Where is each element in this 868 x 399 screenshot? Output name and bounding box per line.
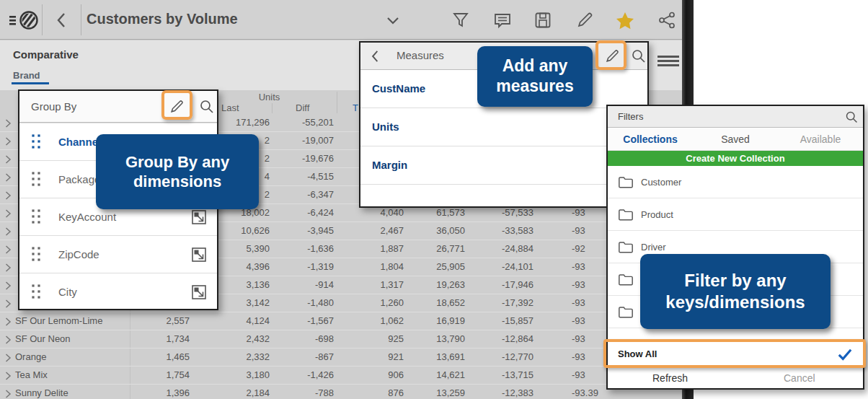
row-expand-chevron-icon[interactable] [5, 137, 12, 146]
row-label: SF Our Neon [15, 333, 71, 344]
table-row[interactable]: SF Our Neon1,7342,432-69892513,790-12,86… [0, 330, 682, 348]
refresh-button[interactable]: Refresh [652, 372, 688, 384]
filters-tabs: Collections Saved Available [608, 128, 863, 151]
column-header-partial[interactable]: T [353, 102, 358, 113]
folder-icon [618, 175, 634, 189]
cell-value: -1,567 [276, 315, 334, 326]
cell-value: 2,557 [130, 315, 190, 326]
measures-search-icon[interactable] [630, 48, 647, 65]
filter-icon[interactable] [451, 10, 471, 30]
table-row[interactable]: Orange1,4652,332-86792113,691-12,770-93 [0, 348, 682, 367]
row-expand-chevron-icon[interactable] [5, 354, 12, 362]
row-expand-chevron-icon[interactable] [5, 209, 12, 218]
row-expand-chevron-icon[interactable] [5, 155, 12, 164]
favorite-star-icon[interactable] [614, 10, 634, 30]
filter-folder-label: Driver [641, 242, 666, 253]
cell-value: 16,919 [407, 315, 465, 326]
row-expand-chevron-icon[interactable] [5, 119, 12, 128]
drag-handle-icon[interactable] [31, 171, 41, 187]
table-row[interactable]: Tea Mix1,7543,180-1,42690614,621-13,715-… [0, 367, 682, 385]
save-icon[interactable] [533, 10, 553, 30]
cell-value: 4,124 [205, 315, 270, 326]
row-expand-chevron-icon[interactable] [5, 263, 12, 272]
measure-item-units[interactable]: Units [360, 108, 647, 146]
row-expand-chevron-icon[interactable] [5, 173, 12, 182]
cell-value: 36,050 [407, 225, 465, 236]
callout-group-by: Group By anydimensions [96, 134, 259, 209]
back-button[interactable] [52, 10, 72, 30]
drag-handle-icon[interactable] [31, 209, 41, 224]
group-by-item-zipcode[interactable]: ZipCode [19, 235, 217, 273]
filter-folder-customer[interactable]: Customer [608, 166, 863, 198]
row-expand-chevron-icon[interactable] [5, 317, 12, 326]
filters-search-icon[interactable] [844, 110, 859, 125]
tab-available[interactable]: Available [778, 133, 863, 145]
row-expand-chevron-icon[interactable] [5, 191, 12, 200]
cell-value: -4,515 [276, 171, 334, 182]
share-icon[interactable] [657, 10, 677, 30]
column-header-diff[interactable]: Diff [296, 102, 309, 113]
cell-value: 1,062 [346, 315, 404, 326]
edit-pencil-icon[interactable] [575, 10, 595, 30]
cell-value: 906 [346, 369, 404, 380]
side-panel-menu-icon[interactable] [657, 53, 679, 69]
tab-collections[interactable]: Collections [608, 133, 693, 145]
row-expand-chevron-icon[interactable] [5, 372, 12, 380]
measure-item-label: Units [372, 120, 399, 133]
cancel-button[interactable]: Cancel [784, 372, 815, 384]
row-expand-chevron-icon[interactable] [5, 390, 12, 398]
group-by-edit-pencil-icon[interactable] [168, 98, 185, 115]
cell-value: 3,180 [205, 369, 270, 380]
row-expand-chevron-icon[interactable] [5, 281, 12, 290]
row-expand-chevron-icon[interactable] [5, 336, 12, 344]
cell-value: 1,887 [346, 243, 404, 254]
table-row[interactable]: SF Our Lemom-Lime2,5574,124-1,5671,06216… [0, 312, 682, 330]
row-expand-chevron-icon[interactable] [5, 299, 12, 308]
column-header-last[interactable]: Last [221, 102, 239, 113]
title-dropdown-chevron-icon[interactable] [383, 10, 403, 30]
cell-value: -788 [276, 387, 334, 398]
cell-value: -12,383 [469, 387, 533, 398]
folder-icon [618, 208, 634, 222]
cell-value: 61,573 [407, 207, 465, 218]
group-by-search-icon[interactable] [198, 98, 216, 115]
group-by-item-label: ZipCode [58, 248, 99, 260]
measures-back-icon[interactable] [368, 48, 384, 64]
cell-value: 1,465 [130, 351, 190, 362]
tab-brand[interactable]: Brand [13, 70, 40, 81]
group-by-item-label: City [58, 286, 77, 298]
expand-icon[interactable] [191, 247, 207, 263]
filters-footer: Refresh Cancel [608, 366, 863, 388]
filter-folder-label: Product [641, 209, 673, 220]
filters-title: Filters [618, 111, 643, 122]
toolbar-separator [81, 4, 81, 35]
filter-folder-product[interactable]: Product [608, 198, 863, 231]
table-row[interactable]: Sunny Delite1,3962,184-78887613,259-12,3… [0, 385, 682, 399]
expand-icon[interactable] [191, 284, 207, 300]
expand-icon[interactable] [191, 209, 207, 225]
cell-value: -1,319 [276, 261, 334, 272]
measure-item-margin[interactable]: Margin [360, 146, 647, 185]
row-expand-chevron-icon[interactable] [5, 227, 12, 236]
cell-value: 13,691 [407, 351, 465, 362]
cell-value: -19,007 [276, 135, 334, 146]
drag-handle-icon[interactable] [31, 133, 41, 149]
tab-saved[interactable]: Saved [693, 133, 778, 145]
create-new-collection-button[interactable]: Create New Collection [608, 151, 863, 166]
show-all-row[interactable]: Show All [608, 343, 863, 366]
column-group-units[interactable]: Units [205, 92, 334, 102]
comment-icon[interactable] [492, 10, 513, 30]
callout-filters: Filter by anykeys/dimensions [640, 254, 831, 329]
measures-edit-pencil-icon[interactable] [603, 48, 621, 65]
screen: Customers by Volume [0, 0, 868, 399]
drag-handle-icon[interactable] [31, 246, 41, 262]
drag-handle-icon[interactable] [31, 284, 41, 299]
group-by-item-label: Channel [58, 136, 101, 148]
row-expand-chevron-icon[interactable] [5, 245, 12, 254]
group-by-item-city[interactable]: City [19, 273, 217, 310]
header-divider [337, 92, 337, 113]
cell-value: 1,734 [130, 333, 190, 344]
app-logo-icon[interactable] [9, 7, 40, 33]
cell-value: -17,946 [469, 279, 533, 290]
cell-value: 1,396 [130, 387, 190, 398]
